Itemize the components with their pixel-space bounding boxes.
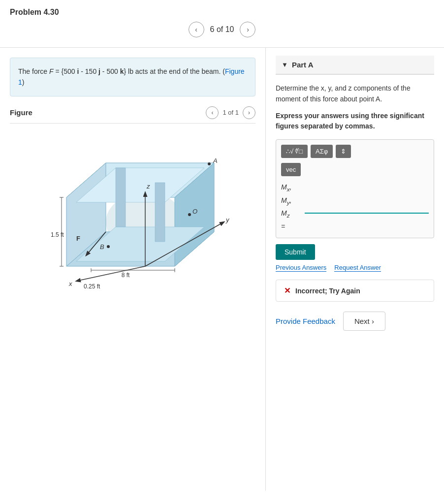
previous-answers-link[interactable]: Previous Answers: [276, 264, 326, 272]
chevron-left-icon: ‹: [195, 26, 197, 33]
part-header: ▼ Part A: [276, 56, 434, 75]
greek-button[interactable]: ΑΣφ: [311, 145, 333, 158]
pagination-nav: ‹ 6 of 10 ›: [10, 22, 434, 37]
part-label: Part A: [292, 61, 314, 69]
vec-toolbar: vec: [281, 163, 429, 176]
arrows-button[interactable]: ⇕: [336, 145, 351, 158]
next-page-button[interactable]: ›: [240, 22, 255, 37]
radical-label: ∜□: [295, 148, 303, 155]
vec-label: vec: [286, 166, 296, 173]
vec-button[interactable]: vec: [281, 163, 301, 176]
figure-header: Figure ‹ 1 of 1 ›: [10, 106, 255, 124]
figure-chevron-left-icon: ‹: [211, 109, 213, 116]
greek-label: ΑΣφ: [316, 148, 328, 155]
svg-marker-8: [155, 183, 165, 242]
bottom-actions: Provide Feedback Next ›: [276, 312, 434, 331]
svg-line-22: [76, 266, 145, 281]
problem-text-prefix: The force F = {500 i - 150 j - 500 k} lb…: [18, 67, 245, 86]
svg-text:y: y: [225, 216, 230, 223]
prev-page-button[interactable]: ‹: [189, 22, 204, 37]
answer-area: ∴√ ∜□ ΑΣφ ⇕ vec Mx, My, Mz: [276, 139, 434, 239]
feedback-box: ✕ Incorrect; Try Again: [276, 280, 434, 302]
math-toolbar: ∴√ ∜□ ΑΣφ ⇕: [281, 145, 429, 158]
moment-label: Mx, My, Mz =: [281, 181, 301, 233]
submit-button[interactable]: Submit: [276, 244, 315, 260]
answer-links: Previous Answers Request Answer: [276, 264, 434, 272]
svg-text:0.25 ft: 0.25 ft: [84, 283, 100, 290]
incorrect-icon: ✕: [284, 286, 290, 295]
page-header: Problem 4.30 ‹ 6 of 10 ›: [0, 0, 444, 48]
svg-text:O: O: [192, 208, 197, 215]
figure-page: 1 of 1: [222, 109, 239, 116]
figure-prev-button[interactable]: ‹: [206, 106, 219, 119]
left-panel: The force F = {500 i - 150 j - 500 k} lb…: [0, 48, 266, 491]
svg-point-9: [208, 162, 211, 165]
svg-text:1.5 ft: 1.5 ft: [51, 231, 64, 238]
question-text: Determine the x, y, and z components of …: [276, 83, 434, 105]
problem-text-box: The force F = {500 i - 150 j - 500 k} lb…: [10, 58, 255, 96]
figure-chevron-right-icon: ›: [248, 109, 250, 116]
svg-text:B: B: [100, 243, 104, 251]
beam-diagram-svg: A O B F z y: [27, 133, 239, 291]
next-button[interactable]: Next ›: [343, 312, 385, 331]
figure-image: A O B F z y: [10, 128, 255, 296]
chevron-right-icon: ›: [247, 26, 249, 33]
page-indicator: 6 of 10: [210, 25, 234, 34]
main-content: The force F = {500 i - 150 j - 500 k} lb…: [0, 48, 444, 491]
svg-marker-7: [116, 168, 126, 227]
svg-text:x: x: [68, 280, 72, 287]
svg-text:A: A: [213, 157, 218, 164]
request-answer-link[interactable]: Request Answer: [334, 264, 381, 272]
svg-point-11: [188, 213, 191, 216]
svg-point-13: [107, 245, 110, 248]
right-panel: ▼ Part A Determine the x, y, and z compo…: [266, 48, 444, 491]
feedback-text: Incorrect; Try Again: [295, 287, 360, 295]
problem-title: Problem 4.30: [10, 8, 434, 17]
svg-text:z: z: [146, 183, 150, 190]
question-instruction: Express your answers using three signifi…: [276, 111, 434, 131]
radical-icon: ∴√: [286, 148, 293, 155]
arrows-icon: ⇕: [341, 148, 346, 155]
radical-button[interactable]: ∴√ ∜□: [281, 145, 308, 158]
svg-text:F: F: [76, 235, 80, 242]
figure-section: Figure ‹ 1 of 1 ›: [10, 106, 255, 296]
figure-nav: ‹ 1 of 1 ›: [206, 106, 255, 119]
svg-text:8 ft: 8 ft: [121, 272, 129, 279]
figure-title: Figure: [10, 108, 32, 117]
provide-feedback-link[interactable]: Provide Feedback: [276, 317, 335, 325]
part-toggle-icon[interactable]: ▼: [282, 61, 288, 68]
moment-input-row: Mx, My, Mz =: [281, 181, 429, 233]
figure-next-button[interactable]: ›: [243, 106, 255, 119]
answer-input[interactable]: [305, 201, 429, 214]
